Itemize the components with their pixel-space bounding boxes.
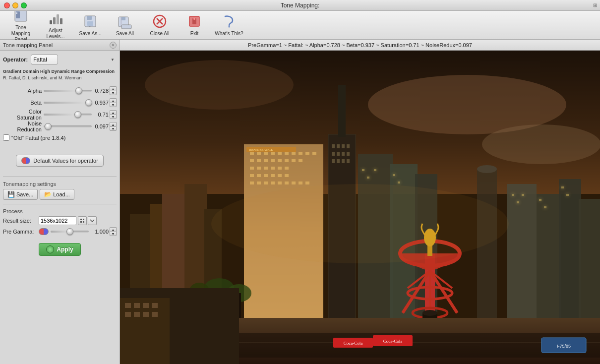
svg-rect-76 <box>299 182 302 184</box>
beta-slider-row: Beta 0.937 ▲ ▼ <box>3 98 117 108</box>
svg-rect-145 <box>393 174 395 176</box>
maximize-window-button[interactable] <box>21 2 27 8</box>
beta-thumb[interactable] <box>85 99 92 106</box>
svg-point-22 <box>229 26 230 28</box>
color-saturation-increment[interactable]: ▲ <box>110 110 117 115</box>
svg-rect-60 <box>271 167 275 170</box>
noise-reduction-decrement[interactable]: ▼ <box>110 126 117 131</box>
result-size-btn-2[interactable] <box>88 216 97 225</box>
svg-rect-47 <box>305 152 309 155</box>
svg-rect-83 <box>332 144 335 148</box>
svg-rect-149 <box>522 194 524 196</box>
alpha-thumb[interactable] <box>75 87 82 94</box>
svg-rect-133 <box>143 312 149 317</box>
default-values-button[interactable]: Default Values for operator <box>16 155 104 167</box>
svg-rect-89 <box>342 152 345 156</box>
color-saturation-label: Color Saturation <box>3 109 44 121</box>
close-all-icon <box>152 13 168 29</box>
pregamma-thumb[interactable] <box>66 228 73 235</box>
apply-button[interactable]: Apply <box>39 243 80 256</box>
svg-rect-144 <box>374 169 376 171</box>
exit-button[interactable]: Exit <box>178 13 211 38</box>
result-size-btn-1[interactable] <box>78 216 87 225</box>
load-settings-button[interactable]: 📂 Load... <box>40 189 74 200</box>
svg-rect-71 <box>264 182 268 184</box>
noise-reduction-slider-row: Noise Reduction 0.097 ▲ ▼ <box>3 121 117 131</box>
svg-rect-8 <box>87 16 92 20</box>
tone-mapping-panel-button[interactable]: Tone Mapping Panel <box>4 13 38 38</box>
svg-rect-66 <box>271 174 275 177</box>
default-values-label: Default Values for operator <box>33 158 98 164</box>
svg-rect-55 <box>292 159 296 162</box>
svg-rect-92 <box>337 159 340 163</box>
close-window-button[interactable] <box>4 2 10 8</box>
adjust-levels-button[interactable]: Adjust Levels... <box>39 13 72 38</box>
pregamma-track[interactable] <box>51 231 89 233</box>
color-saturation-thumb[interactable] <box>74 111 81 118</box>
svg-rect-73 <box>278 182 282 184</box>
whats-this-button[interactable]: What's This? <box>212 13 246 38</box>
svg-rect-88 <box>337 152 340 156</box>
svg-rect-91 <box>332 159 335 163</box>
beta-increment[interactable]: ▲ <box>110 98 117 103</box>
old-fattal-checkbox[interactable] <box>3 134 9 141</box>
svg-text:I-75/85: I-75/85 <box>557 344 571 349</box>
color-saturation-decrement[interactable]: ▼ <box>110 115 117 119</box>
svg-point-116 <box>422 310 437 316</box>
noise-reduction-increment[interactable]: ▲ <box>110 122 117 126</box>
operator-select[interactable]: Fattal Drago Reinhard Mantiuk <box>31 55 58 64</box>
svg-rect-146 <box>398 182 400 183</box>
beta-decrement[interactable]: ▼ <box>110 103 117 107</box>
svg-rect-23 <box>80 219 82 220</box>
noise-reduction-value: 0.097 <box>92 123 110 129</box>
svg-rect-151 <box>544 206 546 208</box>
svg-rect-101 <box>537 194 561 320</box>
adjust-levels-label: Adjust Levels... <box>41 28 70 40</box>
noise-reduction-thumb[interactable] <box>45 123 52 130</box>
svg-rect-58 <box>257 167 261 170</box>
svg-rect-94 <box>347 159 350 163</box>
pregamma-increment[interactable]: ▲ <box>110 227 117 232</box>
pregamma-row: Pre Gamma: 1.000 ▲ ▼ <box>3 227 117 236</box>
svg-rect-43 <box>278 152 282 155</box>
save-all-icon <box>117 13 133 29</box>
svg-rect-93 <box>342 159 345 163</box>
alpha-decrement[interactable]: ▼ <box>110 91 117 95</box>
save-as-button[interactable]: ... Save As... <box>73 13 107 38</box>
noise-reduction-track[interactable] <box>44 125 92 127</box>
pregamma-decrement[interactable]: ▼ <box>110 232 117 236</box>
svg-rect-62 <box>285 167 289 170</box>
svg-rect-127 <box>125 303 131 308</box>
left-panel: Tone mapping Panel × Operator: Fattal Dr… <box>0 40 120 364</box>
svg-text:...: ... <box>89 24 91 27</box>
save-settings-button[interactable]: 💾 Save... <box>3 189 38 200</box>
svg-rect-103 <box>579 199 600 320</box>
svg-rect-63 <box>250 174 254 177</box>
alpha-track[interactable] <box>44 90 92 92</box>
svg-rect-75 <box>292 182 296 184</box>
panel-close-button[interactable]: × <box>110 42 117 49</box>
svg-rect-86 <box>347 144 350 148</box>
svg-rect-152 <box>561 186 564 188</box>
pregamma-stepper: ▲ ▼ <box>110 227 117 236</box>
svg-rect-134 <box>152 312 158 317</box>
alpha-increment[interactable]: ▲ <box>110 86 117 91</box>
svg-rect-87 <box>332 152 335 156</box>
svg-rect-25 <box>80 221 82 223</box>
minimize-window-button[interactable] <box>12 2 18 8</box>
color-saturation-stepper: ▲ ▼ <box>110 110 117 119</box>
window-controls[interactable] <box>4 2 27 8</box>
svg-rect-70 <box>257 182 261 184</box>
svg-rect-74 <box>285 182 289 184</box>
svg-rect-143 <box>367 177 369 179</box>
beta-track[interactable] <box>44 102 92 104</box>
result-size-input[interactable] <box>39 216 76 225</box>
color-saturation-track[interactable] <box>44 114 92 116</box>
divider-2 <box>3 204 117 204</box>
save-as-icon: ... <box>82 13 98 29</box>
panel-title: Tone mapping Panel <box>3 42 53 48</box>
old-fattal-label[interactable]: "Old" Fattal (pre 1.8.4) <box>11 135 65 141</box>
close-all-button[interactable]: Close All <box>143 13 177 38</box>
svg-rect-59 <box>264 167 268 170</box>
save-all-button[interactable]: Save All <box>108 13 142 38</box>
